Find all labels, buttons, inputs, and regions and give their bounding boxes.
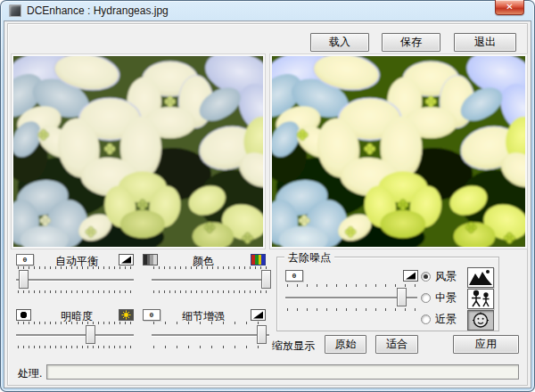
radio-landscape[interactable]: 风景	[421, 270, 457, 282]
brightness-slider[interactable]	[16, 322, 134, 348]
radio-circle	[421, 272, 431, 282]
tick-marks	[153, 346, 268, 348]
original-size-button[interactable]: 原始	[325, 335, 366, 354]
denoise-slider[interactable]	[285, 284, 417, 311]
tick-marks	[18, 346, 132, 348]
titlebar[interactable]: DCEnhance : Hydrangeas.jpg ✕	[0, 0, 535, 20]
radio-circle	[421, 293, 431, 303]
slider-track[interactable]	[152, 334, 269, 336]
radio-circle	[421, 314, 431, 324]
tick-marks	[287, 284, 416, 287]
status-label: 处理.	[18, 366, 42, 381]
detail-enhance-max-icon[interactable]	[251, 309, 266, 321]
color-rgb-icon[interactable]	[251, 254, 266, 265]
dialog-body: 载入 保存 退出 0 自动平衡 颜色	[4, 20, 531, 388]
close-icon: ✕	[506, 2, 513, 12]
slider-thumb[interactable]	[257, 325, 267, 344]
load-button[interactable]: 载入	[310, 33, 369, 52]
tick-marks	[153, 290, 268, 293]
color-slider[interactable]	[152, 266, 269, 293]
denoise-group-title: 去除噪点	[284, 250, 334, 265]
detail-enhance-reset-button[interactable]: 0	[143, 309, 160, 321]
tick-marks	[153, 322, 268, 324]
auto-balance-reset-button[interactable]: 0	[16, 254, 34, 265]
exit-button[interactable]: 退出	[454, 33, 516, 52]
denoise-reset-button[interactable]: 0	[285, 270, 303, 282]
radio-closeup[interactable]: 近景	[421, 313, 457, 325]
tick-marks	[18, 290, 132, 293]
close-button[interactable]: ✕	[495, 0, 524, 15]
slider-thumb[interactable]	[397, 288, 407, 306]
brightness-sun-icon[interactable]	[119, 309, 134, 321]
brightness-dark-icon[interactable]	[16, 309, 31, 321]
save-button[interactable]: 保存	[382, 33, 440, 52]
auto-balance-slider[interactable]	[16, 266, 134, 293]
preview-original[interactable]	[12, 54, 265, 249]
slider-thumb[interactable]	[86, 325, 95, 344]
radio-dot	[424, 274, 428, 279]
apply-button[interactable]: 应用	[453, 335, 519, 354]
tick-marks	[287, 308, 416, 311]
radio-landscape-label: 风景	[435, 269, 457, 284]
tick-marks	[18, 266, 132, 269]
radio-closeup-label: 近景	[435, 312, 457, 327]
zoom-display-label: 缩放显示	[272, 339, 315, 354]
detail-enhance-slider[interactable]	[152, 322, 269, 348]
window-title: DCEnhance : Hydrangeas.jpg	[27, 4, 169, 17]
landscape-mountain-icon[interactable]	[467, 267, 494, 288]
progress-bar	[46, 364, 519, 380]
app-icon[interactable]	[9, 4, 21, 17]
closeup-face-icon[interactable]	[467, 310, 494, 331]
slider-thumb[interactable]	[19, 270, 29, 289]
slider-track[interactable]	[16, 334, 134, 336]
slider-track[interactable]	[16, 279, 134, 281]
preview-enhanced[interactable]	[270, 54, 527, 249]
radio-midrange[interactable]: 中景	[421, 291, 457, 304]
auto-balance-max-icon[interactable]	[119, 254, 134, 265]
slider-thumb[interactable]	[261, 270, 271, 289]
radio-midrange-label: 中景	[435, 290, 457, 306]
tick-marks	[18, 322, 132, 324]
denoise-max-icon[interactable]	[403, 270, 418, 282]
app-window: DCEnhance : Hydrangeas.jpg ✕ 载入 保存 退出 0 …	[0, 0, 535, 392]
color-gradient-icon[interactable]	[143, 254, 158, 265]
slider-track[interactable]	[152, 279, 269, 281]
midrange-people-icon[interactable]	[467, 289, 494, 309]
tick-marks	[153, 266, 268, 269]
fit-button[interactable]: 适合	[375, 335, 418, 354]
